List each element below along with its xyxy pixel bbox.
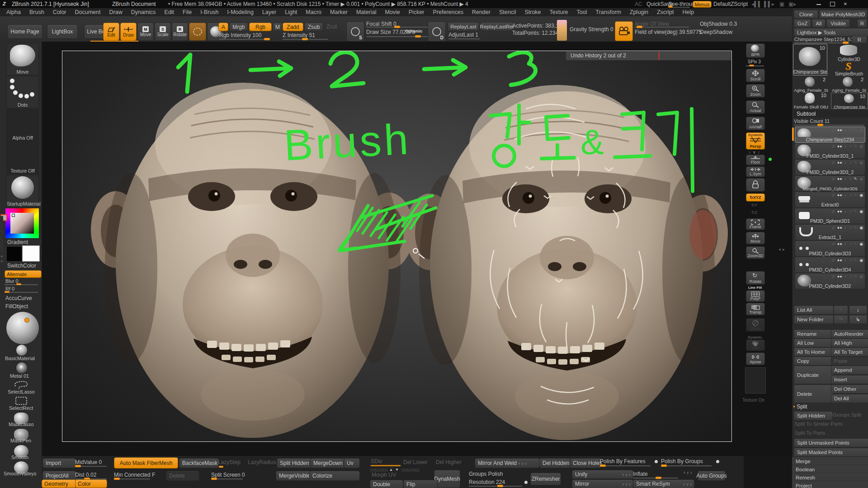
inflate-axes[interactable]: x y z — [684, 471, 692, 474]
split-screen-thumb[interactable] — [211, 478, 217, 480]
rgb-intensity-slider[interactable]: Rgb Intensity 100 — [219, 32, 261, 38]
polypaint-icon[interactable]: ⇄ — [831, 128, 835, 132]
menu-preferences[interactable]: Preferences — [433, 9, 463, 15]
subtool-header[interactable]: Subtool — [792, 110, 868, 117]
metal-material-sphere[interactable] — [16, 362, 27, 373]
menu-stroke[interactable]: Stroke — [524, 9, 541, 15]
subtool-row-1[interactable]: ⇄●●◐◑✎◉ Chimpanzee Step1234 — [795, 127, 865, 143]
inflate-slider[interactable]: Inflate — [633, 471, 648, 477]
fillobject-button[interactable]: FillObject — [5, 303, 28, 310]
polish-by-groups-slider[interactable]: Polish By Groups — [661, 458, 703, 465]
displacement-icon[interactable]: ◑ — [849, 128, 851, 132]
groups-polish-slider[interactable]: Groups Polish — [469, 471, 503, 477]
tray-divider-left-icon[interactable]: ◂ — [778, 247, 781, 252]
resolution-slider[interactable]: Resolution 224 — [469, 479, 505, 485]
rotate-xyz-button[interactable]: ↻XYZ — [746, 193, 765, 202]
menu-light[interactable]: Light — [285, 9, 297, 15]
menu-layer[interactable]: Layer — [262, 9, 276, 15]
menu-draw[interactable]: Draw — [109, 9, 123, 15]
edit-mode-button[interactable]: Edit — [103, 23, 119, 41]
blur-thumb[interactable] — [16, 283, 21, 285]
auto-mask-fibermesh-button[interactable]: Auto Mask FiberMesh — [114, 457, 178, 469]
scroll-button[interactable]: Scroll — [746, 69, 765, 82]
basic-material-sphere[interactable] — [16, 345, 27, 356]
menu-transform[interactable]: Transform — [596, 9, 622, 15]
menu-texture[interactable]: Texture — [550, 9, 568, 15]
menu-dynamics[interactable]: Dynamics — [131, 9, 156, 15]
subtool-row-9[interactable]: ⇄●●◐◑✎◉ PM3D_Cylinder3D4 — [795, 257, 865, 273]
menu-imodeling[interactable]: I-Modeling — [227, 9, 254, 15]
zadd-toggle[interactable]: Zadd — [283, 23, 303, 31]
deep-shadow-slider[interactable]: DeepShadow — [700, 29, 732, 35]
polish-groups-mode-dot[interactable] — [716, 460, 719, 463]
midvalue-slider[interactable]: MidValue 0 — [75, 459, 102, 465]
main-color-swatch[interactable] — [6, 246, 22, 262]
zremesher-button[interactable]: ZRemesher — [530, 473, 561, 485]
solo-button[interactable]: Solo — [746, 339, 765, 351]
camera-button[interactable] — [615, 21, 633, 41]
collapse-right-tray-icon[interactable]: ▌▌▸ — [764, 1, 774, 7]
all-high-button[interactable]: All High — [831, 338, 868, 347]
all-low-button[interactable]: All Low — [794, 338, 833, 347]
duplicate-button[interactable]: Duplicate — [794, 366, 833, 384]
actual-button[interactable]: Actual — [746, 100, 765, 114]
adjust-last-slider[interactable]: AdjustLast 1 — [448, 32, 478, 38]
replay-last-rel-button[interactable]: ReplayLastRel — [480, 22, 514, 31]
floor-axis-x[interactable]: X — [749, 151, 751, 154]
sdiv-level-bar[interactable] — [371, 465, 401, 466]
unify-axes[interactable]: x y z — [623, 473, 631, 476]
goz-button[interactable]: GoZ — [794, 19, 811, 28]
spix-track[interactable] — [746, 66, 764, 66]
subtool-row-7[interactable]: ⇄●●◐◑✎◉ Extract1_1 — [795, 224, 865, 240]
secondary-color-swatch[interactable] — [22, 245, 40, 262]
unify-button[interactable]: Unifyx y z — [572, 470, 633, 479]
subtool-row-8[interactable]: ⇄●●◐◑✎◉ PM3D_Cylinder3D3 — [795, 240, 865, 257]
mirror-and-weld-button[interactable]: Mirror And Weldx y z — [475, 458, 540, 468]
persp-button[interactable]: Dynamic Persp — [746, 132, 765, 150]
autoreorder-button[interactable]: AutoReorder — [831, 329, 868, 338]
menu-document[interactable]: Document — [75, 9, 101, 15]
spix-slider[interactable]: SPix 3 — [748, 59, 761, 64]
del-other-button[interactable]: Del Other — [831, 385, 868, 394]
restore-button[interactable] — [830, 2, 835, 6]
edit-pencil-icon[interactable]: ✎ — [854, 128, 858, 132]
spix-thumb[interactable] — [749, 65, 754, 66]
sdiv-scrub-right[interactable] — [401, 469, 420, 472]
menu-stencil[interactable]: Stencil — [499, 9, 516, 15]
menus-toggle[interactable]: Menus — [693, 1, 712, 8]
alpha-picker[interactable]: Alpha Off — [6, 109, 39, 141]
aahalf-button[interactable]: AAHalf — [746, 117, 765, 130]
tool-slot-aging1[interactable]: 2 Aging_Female_St — [793, 77, 829, 91]
gradient-label[interactable]: Gradient — [7, 239, 28, 245]
xpose-button[interactable]: Xpose — [746, 352, 765, 365]
m-toggle[interactable]: M — [273, 23, 283, 31]
switch-color-button[interactable]: SwitchColor — [7, 263, 36, 269]
list-all-button[interactable]: List All — [794, 305, 834, 314]
accucurve-button[interactable]: AccuCurve — [5, 295, 32, 301]
obj-shadow-slider[interactable]: ObjShadow 0.3 — [700, 21, 737, 27]
delete-button[interactable]: Delete — [794, 385, 833, 403]
polish-features-track[interactable] — [600, 465, 651, 466]
subtool-row-3[interactable]: ⇄●●◐◑✎◉ PM3D_Cylinder3D3_2 — [795, 159, 865, 175]
stroke-replay-button[interactable]: D — [428, 22, 446, 42]
focal-shift-track[interactable] — [366, 27, 434, 28]
texture-on-label[interactable]: Texture On — [742, 398, 764, 403]
tool-slot-active[interactable]: 10 Chimpanzee Ste — [793, 44, 827, 75]
split-hidden-button[interactable]: Split Hidden — [794, 411, 833, 420]
angle-of-view-track[interactable] — [635, 27, 689, 28]
default-zscript-button[interactable]: DefaultZScript — [713, 1, 748, 7]
select-rect-icon[interactable] — [14, 396, 28, 405]
resolution-mode-dot[interactable] — [524, 481, 528, 484]
split-hidden-bottom-button[interactable]: Split Hidden — [277, 458, 312, 468]
visible-count-slider[interactable]: Visible Count 11 — [794, 118, 830, 124]
rgb-intensity-track[interactable] — [219, 39, 270, 40]
move3d-button[interactable]: Move — [746, 232, 765, 244]
menu-picker[interactable]: Picker — [409, 9, 425, 15]
draw-mode-button[interactable]: Draw — [120, 23, 137, 41]
zoom-button[interactable]: Zoom — [746, 84, 765, 98]
polish-features-mode-dot[interactable] — [655, 460, 658, 463]
current-brush-button[interactable] — [189, 23, 206, 41]
all-to-home-button[interactable]: All To Home — [794, 347, 833, 357]
lightbox-button[interactable]: LightBox — [47, 24, 78, 39]
dist-slider[interactable]: Dist 0.02 — [75, 472, 96, 478]
